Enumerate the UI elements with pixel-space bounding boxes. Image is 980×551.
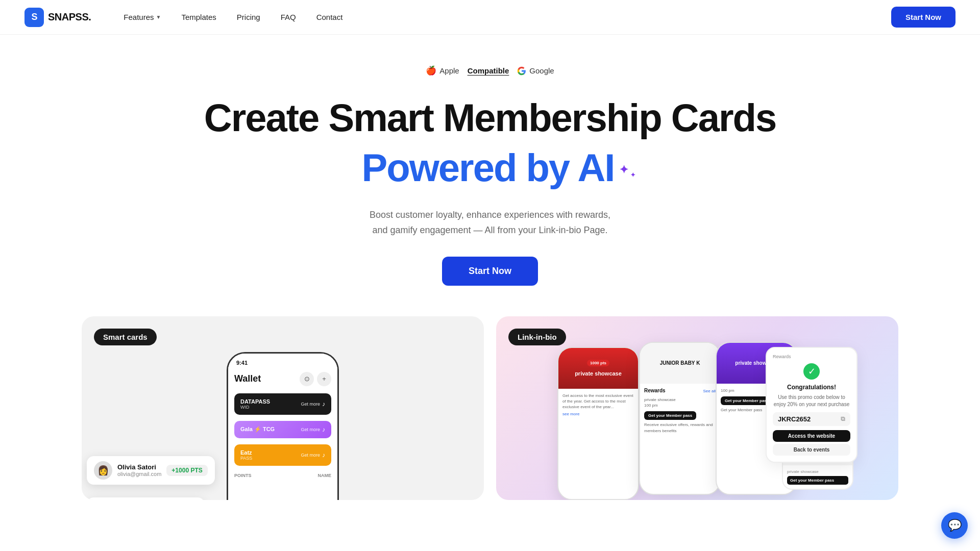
datapass-action: Get more [301, 402, 320, 407]
demo-section: Smart cards 9:41 Wallet ⊙ + [0, 316, 980, 500]
congrats-card: Rewards ✓ Congratulations! Use this prom… [766, 347, 857, 463]
nav-templates[interactable]: Templates [173, 9, 224, 26]
wallet-screen: 9:41 Wallet ⊙ + DATAPASS [228, 354, 337, 500]
user-info: Olivia Satori olivia@gmail.com [117, 463, 161, 477]
wallet-card-gala: Gala ⚡ TCG Get more ♪ [234, 421, 331, 438]
congrats-title: Congratulations! [773, 384, 850, 391]
google-compat: Google [517, 66, 554, 76]
phone-link-2-rewards: Rewards [644, 388, 666, 393]
phone-link-2: JUNIOR BABY K Rewards See all private sh… [639, 342, 721, 495]
congrats-code-value: JKRC2652 [778, 415, 811, 423]
phones-left-group: 9:41 Wallet ⊙ + DATAPASS [82, 316, 484, 500]
hero-title-line2: Powered by AI [362, 144, 619, 191]
apple-compat: 🍎 Apple [426, 65, 459, 76]
phone-link-2-time: 100 pm [644, 403, 716, 408]
congrats-back-btn[interactable]: Back to events [773, 444, 850, 456]
logo[interactable]: S SNAPSS. [24, 8, 91, 27]
phone-link-4-content: private showcase Get your Member pass [783, 465, 852, 489]
hero-title-line1: Create Smart Membership Cards [204, 96, 776, 139]
nav-features[interactable]: Features ▼ [115, 9, 169, 26]
congrats-header: Rewards [773, 354, 850, 359]
compat-bar: 🍎 Apple Compatible Google [426, 65, 554, 76]
pts-value: +1000 PTS [172, 467, 202, 474]
hero-start-now-button[interactable]: Start Now [442, 257, 538, 286]
phone-link-4-cta[interactable]: Get your Member pass [787, 476, 848, 485]
user-points: +1000 PTS [166, 465, 207, 476]
wallet-points-label: POINTS [234, 473, 252, 478]
wallet-scan-icon[interactable]: ⊙ [300, 372, 314, 386]
congrats-copy-icon[interactable]: ⧉ [841, 415, 845, 422]
wallet-header: 9:41 [228, 354, 337, 370]
phone-link-2-brandname: JUNIOR BABY K [660, 360, 700, 366]
phone-link-1-more: see more [562, 411, 634, 417]
wallet-name-label: NAME [318, 473, 332, 478]
wallet-action-icons: ⊙ + [300, 372, 331, 386]
hero-section: 🍎 Apple Compatible Google Create Smart M… [0, 35, 980, 510]
link-in-bio-demo: Link-in-bio 1000 pts private showcase Ge… [496, 316, 898, 500]
phone-link-1-screen: 1000 pts private showcase Get access to … [558, 348, 638, 499]
compat-separator: Compatible [468, 66, 509, 75]
user-name: Olivia Satori [117, 463, 161, 471]
smart-cards-demo: Smart cards 9:41 Wallet ⊙ + [82, 316, 484, 500]
phone-link-1: 1000 pts private showcase Get access to … [557, 347, 639, 500]
congrats-rewards-label: Rewards [773, 354, 791, 359]
wallet-title: Wallet [234, 373, 261, 384]
wallet-integration-card: + Apple & Google wallet integration Goog… [87, 497, 205, 500]
nav-faq[interactable]: FAQ [273, 9, 304, 26]
wallet-card-datapass: DATAPASS WID Get more ♪ [234, 393, 331, 415]
datapass-name: DATAPASS [240, 398, 270, 405]
features-caret-icon: ▼ [156, 14, 161, 20]
gala-music-icon: ♪ [322, 426, 325, 433]
wallet-add-icon[interactable]: + [317, 372, 331, 386]
wallet-phone: 9:41 Wallet ⊙ + DATAPASS [227, 352, 339, 500]
phones-right-group: 1000 pts private showcase Get access to … [496, 316, 898, 500]
chat-bubble-button[interactable]: 💬 [941, 512, 968, 539]
eatz-sub: PASS [240, 456, 252, 461]
hero-subtitle: Boost customer loyalty, enhance experien… [370, 207, 610, 238]
eatz-name: Eatz [240, 449, 252, 456]
phone-link-4-sub: private showcase [787, 469, 848, 474]
wallet-card-eatz: Eatz PASS Get more ♪ [234, 444, 331, 466]
phone-link-1-badge: 1000 pts [587, 360, 609, 366]
nav-links: Features ▼ Templates Pricing FAQ Contact [115, 9, 891, 26]
phone-time: 9:41 [236, 360, 248, 366]
phone-link-2-screen: JUNIOR BABY K Rewards See all private sh… [640, 343, 720, 494]
user-float-card: 👩 Olivia Satori olivia@gmail.com +1000 P… [87, 456, 215, 485]
gala-action: Get more [301, 427, 320, 432]
logo-icon: S [24, 8, 44, 27]
phone-link-1-content: Get access to the most exclusive event o… [558, 389, 638, 499]
gala-name: Gala ⚡ TCG [240, 426, 275, 433]
user-avatar: 👩 [94, 461, 112, 480]
congrats-sub: Use this promo code below to enjoy 20% o… [773, 394, 850, 408]
phone-link-2-cta[interactable]: Get your Member pass [644, 411, 696, 420]
phone-link-1-title: private showcase [575, 370, 622, 377]
apple-icon: 🍎 [426, 65, 436, 76]
phone-link-1-sub: Get access to the most exclusive event o… [562, 393, 634, 410]
congrats-access-btn[interactable]: Access the website [773, 430, 850, 442]
google-icon [517, 66, 526, 76]
phone-link-2-receive: Receive exclusive offers, rewards and me… [644, 422, 716, 433]
phone-link-2-content: Rewards See all private showcase 100 pm … [640, 384, 720, 494]
eatz-action: Get more [301, 453, 320, 458]
chat-icon: 💬 [948, 519, 962, 532]
congrats-code: JKRC2652 ⧉ [773, 412, 850, 426]
congrats-check-icon: ✓ [803, 363, 820, 380]
datapass-sub: WID [240, 405, 270, 410]
phone-link-2-event: private showcase [644, 397, 716, 403]
phone-link-2-see-all: See all [703, 389, 716, 393]
phone-link-1-img: 1000 pts private showcase [558, 348, 638, 389]
nav-contact[interactable]: Contact [308, 9, 351, 26]
nav-start-now-button[interactable]: Start Now [891, 7, 955, 28]
datapass-music-icon: ♪ [322, 400, 325, 408]
phone-link-2-img: JUNIOR BABY K [640, 343, 720, 384]
eatz-music-icon: ♪ [322, 452, 325, 459]
nav-pricing[interactable]: Pricing [229, 9, 268, 26]
navbar: S SNAPSS. Features ▼ Templates Pricing F… [0, 0, 980, 35]
user-email: olivia@gmail.com [117, 471, 161, 477]
phone-link-3-cta[interactable]: Get your Member pass [721, 396, 773, 405]
logo-text: SNAPSS. [48, 11, 91, 23]
